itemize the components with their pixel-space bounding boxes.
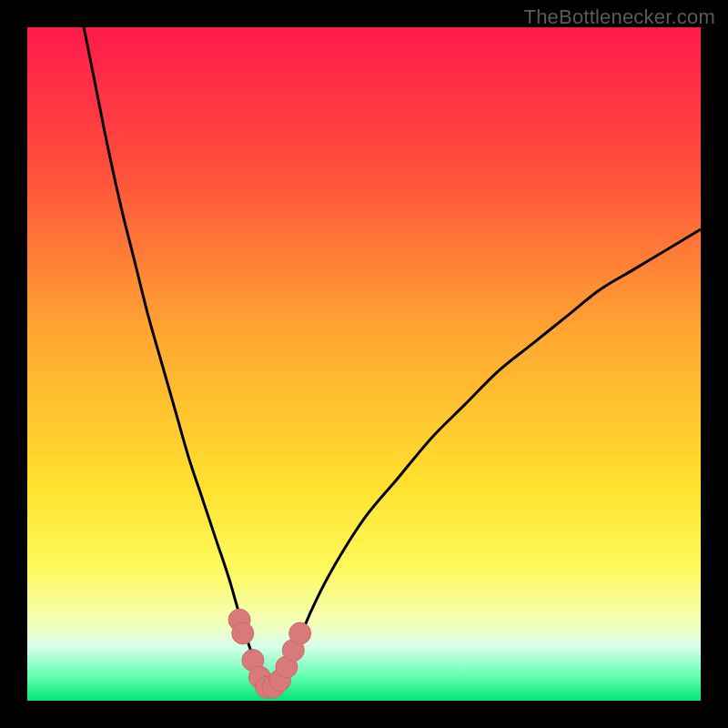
data-marker [289,622,311,644]
bottleneck-chart-svg [0,0,728,728]
watermark-text: TheBottlenecker.com [524,5,715,29]
chart-container: TheBottlenecker.com [0,0,728,728]
plot-gradient-background [27,27,701,701]
data-marker [232,622,254,644]
